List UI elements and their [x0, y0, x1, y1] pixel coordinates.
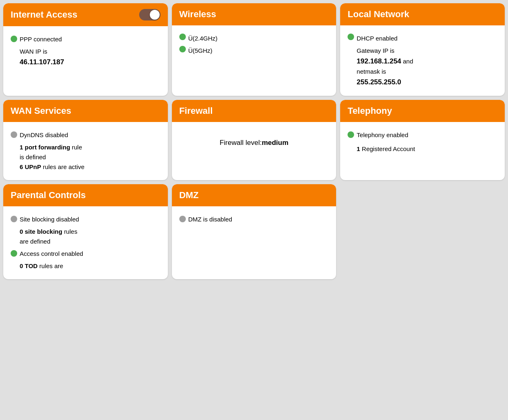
dmz-dot [179, 216, 186, 222]
ppp-status-text: PPP connected [20, 34, 160, 44]
telephony-body: Telephony enabled 1 Registered Account [340, 122, 505, 162]
dmz-status-text: DMZ is disabled [188, 215, 233, 224]
wireless-24-label: Ü(2.4GHz) [188, 34, 218, 43]
card-telephony[interactable]: Telephony Telephony enabled 1 Registered… [340, 100, 505, 180]
wireless-24-dot [179, 34, 186, 40]
internet-access-body: PPP connected WAN IP is 46.11.107.187 [3, 26, 168, 76]
netmask-value: 255.255.255.0 [357, 78, 401, 86]
wireless-5-label: Ü(5GHz) [188, 46, 212, 56]
card-title-dmz: DMZ [179, 190, 199, 201]
card-header-parental-controls: Parental Controls [3, 184, 168, 206]
card-header-local-network: Local Network [340, 3, 505, 25]
site-blocking-rules-num: 0 site blocking [20, 228, 62, 235]
upnp-num: 6 UPnP [20, 163, 41, 170]
card-wireless[interactable]: Wireless Ü(2.4GHz) Ü(5GHz) [172, 3, 336, 96]
parental-controls-body: Site blocking disabled 0 site blocking r… [3, 206, 168, 279]
wan-services-body: DynDNS disabled 1 port forwarding ruleis… [3, 122, 168, 180]
tod-rules-text: rules are [39, 262, 63, 269]
toggle-knob [150, 10, 160, 20]
dhcp-status-text: DHCP enabled [357, 34, 397, 43]
firewall-level-value: medium [262, 137, 288, 148]
site-blocking-rules-block: 0 site blocking rulesare defined [20, 227, 160, 246]
card-title-local-network: Local Network [348, 9, 409, 20]
dyndns-line: DynDNS disabled [11, 130, 160, 140]
internet-access-toggle[interactable] [139, 9, 160, 20]
card-wan-services[interactable]: WAN Services DynDNS disabled 1 port forw… [3, 100, 168, 180]
wan-ip-label: WAN IP is [20, 48, 47, 55]
site-blocking-line: Site blocking disabled [11, 215, 160, 224]
site-blocking-text: Site blocking disabled [20, 215, 79, 224]
card-parental-controls[interactable]: Parental Controls Site blocking disabled… [3, 184, 168, 279]
card-title-telephony: Telephony [348, 106, 392, 116]
card-local-network[interactable]: Local Network DHCP enabled Gateway IP is… [340, 3, 505, 96]
card-header-wan-services: WAN Services [3, 100, 168, 122]
netmask-label: netmask is [357, 68, 386, 75]
firewall-body: Firewall level: medium [172, 122, 336, 163]
card-dmz[interactable]: DMZ DMZ is disabled [172, 184, 336, 279]
card-title-firewall: Firewall [179, 106, 213, 116]
tod-rules-num: 0 TOD [20, 262, 38, 269]
card-internet-access[interactable]: Internet Access PPP connected WAN IP is … [3, 3, 168, 96]
card-header-telephony: Telephony [340, 100, 505, 122]
card-title-parental-controls: Parental Controls [11, 190, 86, 201]
dhcp-status-line: DHCP enabled [348, 34, 497, 43]
wireless-body: Ü(2.4GHz) Ü(5GHz) [172, 25, 336, 66]
gateway-and: and [403, 58, 413, 65]
card-header-internet-access: Internet Access [3, 3, 168, 26]
access-control-text: Access control enabled [20, 249, 83, 259]
registered-accounts-block: 1 Registered Account [357, 144, 497, 154]
card-title-wireless: Wireless [179, 9, 216, 20]
local-network-body: DHCP enabled Gateway IP is 192.168.1.254… [340, 25, 505, 96]
wireless-5-line: Ü(5GHz) [179, 46, 329, 56]
port-fwd-num: 1 port forwarding [20, 144, 70, 151]
card-title-wan-services: WAN Services [11, 106, 71, 116]
port-forwarding-block: 1 port forwarding ruleis defined 6 UPnP … [20, 142, 160, 172]
card-header-firewall: Firewall [172, 100, 336, 122]
gateway-block: Gateway IP is 192.168.1.254 and netmask … [357, 46, 497, 88]
card-header-wireless: Wireless [172, 3, 336, 25]
upnp-text: rules are active [43, 163, 85, 170]
wan-ip-block: WAN IP is 46.11.107.187 [20, 47, 160, 68]
dmz-body: DMZ is disabled [172, 206, 336, 235]
access-control-dot [11, 250, 17, 257]
wireless-24-line: Ü(2.4GHz) [179, 34, 329, 43]
card-firewall[interactable]: Firewall Firewall level: medium [172, 100, 336, 180]
wan-ip-value: 46.11.107.187 [20, 58, 64, 66]
gateway-ip: 192.168.1.254 [357, 57, 401, 65]
dashboard-grid: Internet Access PPP connected WAN IP is … [3, 3, 505, 279]
dyndns-dot [11, 131, 17, 138]
card-header-dmz: DMZ [172, 184, 336, 206]
card-title-internet-access: Internet Access [11, 9, 77, 20]
access-control-line: Access control enabled [11, 249, 160, 259]
telephony-dot [348, 131, 354, 138]
ppp-status-dot [11, 36, 17, 42]
dmz-status-line: DMZ is disabled [179, 215, 329, 224]
site-blocking-dot [11, 216, 17, 222]
tod-rules-block: 0 TOD rules are [20, 261, 160, 271]
gateway-label: Gateway IP is [357, 47, 394, 54]
firewall-level-label: Firewall level: [219, 137, 262, 148]
telephony-enabled-line: Telephony enabled [348, 130, 497, 140]
dhcp-dot [348, 34, 354, 40]
registered-accounts-num: 1 [357, 145, 360, 152]
registered-accounts-text: Registered Account [362, 145, 415, 152]
wireless-5-dot [179, 46, 186, 52]
telephony-enabled-text: Telephony enabled [357, 130, 408, 140]
dyndns-text: DynDNS disabled [20, 130, 68, 140]
ppp-status-line: PPP connected [11, 34, 160, 44]
